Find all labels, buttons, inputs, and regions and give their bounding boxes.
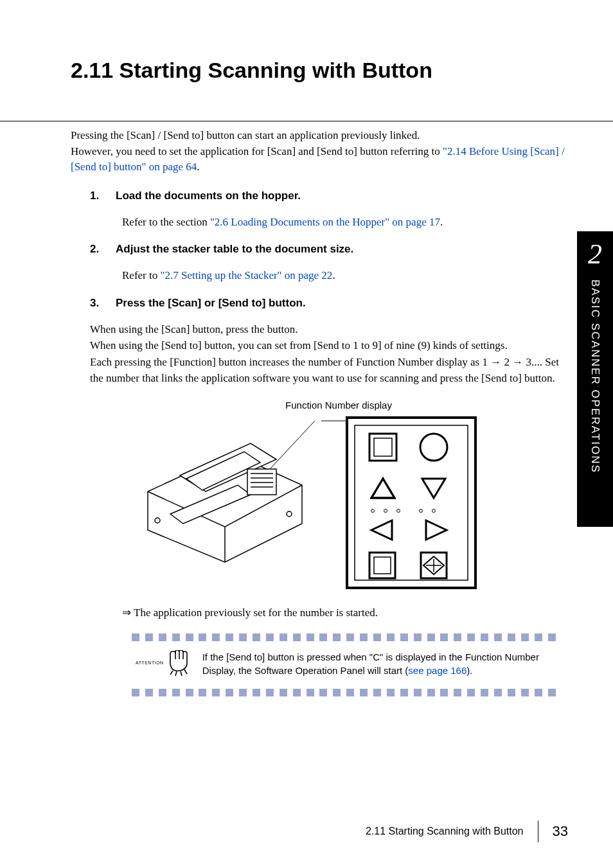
footer-page-number: 33: [553, 823, 568, 840]
dash-border-top: [132, 633, 556, 641]
step-1-heading: 1. Load the documents on the hopper.: [90, 190, 574, 202]
step-1-body-b: .: [440, 216, 443, 228]
page-footer: 2.11 Starting Scanning with Button 33: [366, 820, 568, 842]
step-1-body: Refer to the section "2.6 Loading Docume…: [122, 214, 574, 231]
svg-point-9: [155, 518, 160, 523]
intro-paragraph: Pressing the [Scan] / [Send to] button c…: [71, 128, 574, 175]
result-line: ⇒The application previously set for the …: [122, 606, 574, 619]
scanner-illustration: [122, 414, 321, 575]
link-page-166[interactable]: see page 166: [408, 665, 466, 676]
dash-border-bottom: [132, 689, 556, 696]
attention-hand-icon: [166, 650, 191, 676]
attention-block: ATTENTION If the [Send to] button is pre…: [132, 633, 556, 696]
step-2-heading: 2. Adjust the stacker table to the docum…: [90, 243, 574, 256]
svg-line-11: [270, 421, 315, 469]
attention-label-text: ATTENTION: [136, 660, 164, 665]
step-2-body: Refer to "2.7 Setting up the Stacker" on…: [122, 267, 574, 284]
svg-rect-13: [347, 418, 475, 588]
result-text: The application previously set for the n…: [134, 607, 378, 619]
figure-caption: Function Number display: [103, 400, 574, 411]
step-3-heading: 3. Press the [Scan] or [Send to] button.: [90, 297, 574, 310]
attention-text-a: If the [Send to] button is pressed when …: [202, 651, 539, 676]
footer-section: 2.11 Starting Scanning with Button: [366, 826, 524, 837]
intro-line2a: However, you need to set the application…: [71, 145, 443, 157]
chapter-number: 2: [588, 238, 602, 270]
step-3-line2: When using the [Send to] button, you can…: [90, 339, 508, 351]
section-title: 2.11 Starting Scanning with Button: [71, 58, 574, 83]
step-2-title: Adjust the stacker table to the document…: [116, 243, 353, 256]
svg-rect-4: [247, 469, 276, 495]
control-panel-illustration: [321, 414, 482, 594]
result-arrow-icon: ⇒: [122, 607, 131, 619]
scanner-figure: [122, 414, 574, 594]
step-1-title: Load the documents on the hopper.: [116, 190, 301, 202]
step-3-line1: When using the [Scan] button, press the …: [90, 323, 298, 335]
attention-text: If the [Send to] button is pressed when …: [202, 650, 552, 677]
link-2-7[interactable]: "2.7 Setting up the Stacker" on page 22: [160, 269, 332, 281]
footer-separator: [538, 820, 538, 842]
chapter-side-tab: 2 BASIC SCANNER OPERATIONS: [577, 231, 613, 527]
attention-text-b: ).: [466, 665, 472, 676]
step-3-num: 3.: [90, 297, 102, 310]
intro-line2b: .: [197, 161, 199, 173]
step-3-line3: Each pressing the [Function] button incr…: [90, 356, 559, 385]
attention-label: ATTENTION: [136, 650, 191, 676]
step-2-num: 2.: [90, 243, 102, 256]
step-1-body-a: Refer to the section: [122, 216, 210, 228]
divider: [0, 121, 613, 121]
intro-line1: Pressing the [Scan] / [Send to] button c…: [71, 129, 420, 141]
link-2-6[interactable]: "2.6 Loading Documents on the Hopper" on…: [210, 216, 440, 228]
chapter-label: BASIC SCANNER OPERATIONS: [589, 279, 601, 474]
step-3-body: When using the [Scan] button, press the …: [90, 321, 574, 387]
step-3-title: Press the [Scan] or [Send to] button.: [116, 297, 306, 310]
svg-point-10: [287, 511, 292, 517]
step-1-num: 1.: [90, 190, 102, 202]
step-2-body-b: .: [332, 269, 335, 281]
step-2-body-a: Refer to: [122, 269, 160, 281]
